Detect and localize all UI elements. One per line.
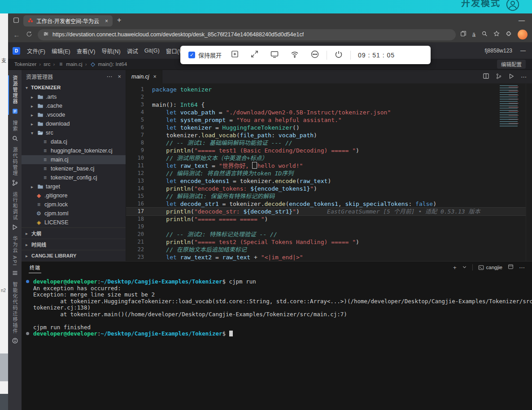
site-info-icon[interactable] [43, 31, 49, 39]
menu-item[interactable]: 编辑(E) [48, 45, 74, 57]
menu-item[interactable]: 导航(N) [98, 45, 123, 57]
minimap[interactable] [500, 85, 525, 126]
activity-item[interactable]: 智能化代码迁移插件 [8, 282, 22, 344]
tree-item[interactable]: ◆.gitignore [22, 191, 126, 200]
code-line[interactable]: 17 println("deocode_str: ${decode_str1}"… [126, 208, 532, 215]
menu-item[interactable]: Git(G) [141, 46, 163, 55]
code-line[interactable]: 19 [126, 223, 532, 231]
terminal-tab[interactable]: 终端 [29, 262, 41, 273]
code-line[interactable]: 11 let raw_text = "世界你好，hello world!" [126, 162, 532, 170]
tree-item[interactable]: ≡tokenizer_config.cj [22, 173, 126, 182]
toolbar-minimize-icon[interactable]: — [520, 48, 526, 54]
menu-item[interactable]: 文件(F) [24, 45, 48, 57]
code-line[interactable]: 5 let system_prompt = "You are a helpful… [126, 116, 532, 124]
activity-item[interactable]: 运行和调试 [8, 192, 22, 231]
code-line[interactable]: 15 // 解码测试1: 保留所有特殊标记的解码 [126, 192, 532, 200]
profile-avatar[interactable] [518, 30, 528, 39]
code-line[interactable]: 22 // 在原始文本后追加结束标记 [126, 246, 532, 253]
tab-close-icon[interactable]: × [105, 18, 108, 24]
monitor-icon[interactable] [270, 50, 279, 61]
code-line[interactable]: 1package tokenizer [126, 86, 532, 93]
tab-overview-icon[interactable] [12, 16, 21, 25]
refresh-icon[interactable] [25, 31, 33, 39]
network-icon[interactable] [290, 50, 299, 61]
code-line[interactable]: 21 println("===== test2 (Special Tokens … [126, 238, 532, 246]
more-options-icon[interactable] [310, 50, 319, 61]
activity-item[interactable]: 搜索 [8, 120, 22, 142]
user-circle-icon[interactable] [506, 0, 519, 13]
code-line[interactable]: 12 // 编码测试: 将自然语言转换为token ID序列 [126, 170, 532, 177]
tree-root-folder[interactable]: ▾ TOKENIZER [22, 83, 126, 92]
fullscreen-icon[interactable] [250, 50, 259, 60]
zoom-icon[interactable] [481, 31, 488, 39]
tree-item[interactable]: ⚙cjpm.toml [22, 209, 126, 218]
activity-item[interactable]: 源代码管理 [8, 147, 22, 186]
new-terminal-icon[interactable]: + [453, 264, 457, 271]
code-line[interactable]: 23 let raw_text2 = raw_text + "<|im_end|… [126, 253, 532, 261]
window-minimize-icon[interactable]: — [515, 17, 528, 24]
source-control-icon[interactable] [496, 73, 502, 81]
tree-item[interactable]: ▾src [22, 128, 126, 137]
terminal-profile[interactable]: cangjie [478, 265, 502, 270]
code-line[interactable]: 6 let tokenizer = HuggingfaceTokenizer() [126, 124, 532, 131]
menu-item[interactable]: 查看(V) [74, 45, 99, 57]
panel-more-icon[interactable]: ⋯ [519, 264, 525, 271]
browser-tab[interactable]: 工作台-开发者空间-华为云 × [23, 15, 113, 26]
tree-item[interactable]: ▸.vscode [22, 110, 126, 119]
back-icon[interactable]: ← [13, 31, 21, 39]
code-line[interactable]: 7 tokenizer.load_vocab(file_path: vocab_… [126, 131, 532, 139]
favorites-star-icon[interactable] [493, 31, 500, 39]
code-line[interactable]: 20 // -- 测试2: 特殊标记处理验证 -- // [126, 231, 532, 238]
sidebar-section-header[interactable]: ▸CANGJIE LIBRARY [22, 250, 126, 261]
tree-item[interactable]: ≡cjpm.lock [22, 200, 126, 209]
read-aloud-icon[interactable]: ā [472, 31, 475, 38]
breadcrumb-item[interactable]: ≡main.cj [57, 61, 82, 67]
code-line[interactable]: 8 // -- 测试1: 基础编码解码功能验证 --- // [126, 139, 532, 147]
tree-item[interactable]: ▸download [22, 119, 126, 128]
tree-item[interactable]: ▸.arts [22, 92, 126, 101]
code-line[interactable]: 9 println("===== test1 (Basic Encoding/D… [126, 147, 532, 154]
url-field[interactable]: https://devstation.connect.huaweicloud.c… [38, 29, 456, 40]
power-icon[interactable] [334, 50, 343, 61]
tree-item[interactable]: ◈LICENSE [22, 218, 126, 227]
split-editor-icon[interactable] [483, 73, 489, 81]
sidebar-section-header[interactable]: ▸大纲 [22, 227, 126, 239]
code-line[interactable]: 10 // 测试用原始文本（中英混合+标点） [126, 154, 532, 162]
tree-item[interactable]: ▸target [22, 182, 126, 191]
tree-item[interactable]: ≡data.cj [22, 137, 126, 146]
sidebar-section-header[interactable]: ▸时间线 [22, 239, 126, 250]
breadcrumb-item[interactable]: Tokenizer [14, 61, 36, 67]
command-decoration-icon[interactable] [26, 332, 29, 335]
sidebar-close-icon[interactable]: × [118, 73, 121, 80]
code-line[interactable]: 2 [126, 93, 532, 101]
code-line[interactable]: 4 let vocab_path = "./download/Qwen2-0.5… [126, 109, 532, 116]
breadcrumb-item[interactable]: src [44, 61, 50, 67]
activity-item[interactable]: 华为云 API [8, 236, 22, 276]
collections-icon[interactable] [460, 31, 467, 39]
editor-tab-close-icon[interactable]: × [153, 74, 157, 80]
code-line[interactable]: 13 let encode_tokens1 = tokenizer.encode… [126, 177, 532, 185]
terminal-dropdown-icon[interactable] [462, 264, 467, 271]
code-line[interactable]: 14 println("encode_tokens: ${encode_toke… [126, 185, 532, 192]
code-line[interactable]: 16 let decode_str1 = tokenizer.decode(en… [126, 200, 532, 208]
keep-open-checkbox[interactable]: ✓ [188, 52, 195, 58]
breadcrumb-item[interactable]: ◇main(): Int64 [90, 61, 127, 67]
run-icon[interactable] [508, 73, 515, 81]
edit-config-button[interactable]: 编辑配置 [497, 60, 526, 69]
maximize-panel-icon[interactable] [508, 264, 514, 271]
code-line[interactable]: 18 println("===== ===== ===== ") [126, 215, 532, 223]
sidebar-more-icon[interactable]: ⋯ [106, 73, 112, 80]
tree-item[interactable]: ≡main.cj [22, 155, 126, 164]
activity-item[interactable]: 资源管理器 [8, 75, 22, 115]
extensions-icon[interactable] [506, 31, 512, 39]
terminal-output[interactable]: developer@developer:~/Desktop/Cangjie-Ex… [22, 273, 532, 337]
tree-item[interactable]: ▸.cache [22, 101, 126, 110]
tree-item[interactable]: ≡huggingface_tokenizer.cj [22, 146, 126, 155]
more-actions-icon[interactable]: ⋯ [521, 74, 527, 80]
code-editor[interactable]: 1package tokenizer23main(): Int64 {4 let… [126, 83, 532, 261]
editor-tab-main-cj[interactable]: main.cj × [126, 70, 162, 83]
command-decoration-icon[interactable] [26, 280, 29, 283]
menu-item[interactable]: 调试 [124, 45, 141, 57]
tree-item[interactable]: ≡tokenizer_base.cj [22, 164, 126, 173]
add-window-icon[interactable] [231, 50, 239, 60]
